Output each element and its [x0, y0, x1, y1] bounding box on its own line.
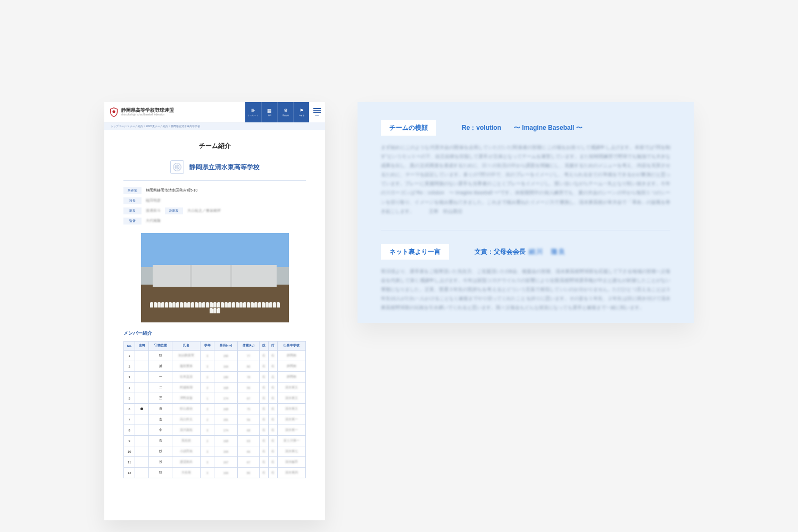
coach-label: 監督: [123, 218, 142, 225]
col-no: No.: [124, 342, 135, 351]
section2-body: 常日頃より、選手達をご指導頂いた先生方、ご支援頂いたOB会、後援会の皆様、清水東…: [381, 267, 670, 312]
table-row: 2 捕 服部寛将 3 169 80 右 右 静岡南: [124, 361, 306, 372]
table-row: 10 投 小須田侑 3 169 66 右 右 清水第七: [124, 446, 306, 457]
table-row: 9 右 荒谷悠 2 168 63 右 右 富士川第一: [124, 436, 306, 446]
col-name: 氏名: [172, 342, 201, 351]
col-year: 学年: [201, 342, 214, 351]
vice-label: 副部長: [165, 207, 183, 214]
nav-flag[interactable]: ⚑出場校: [293, 102, 309, 122]
team-page-card: 静岡県高等学校野球連盟 shizuoka high school basebal…: [104, 102, 325, 520]
page-title: チーム紹介: [123, 142, 306, 151]
table-row: 3 一 佐本直清 2 180 78 右 左 静岡南: [124, 372, 306, 383]
col-pos: 守備位置: [149, 342, 172, 351]
hamburger-icon: [313, 108, 321, 113]
members-heading: メンバー紹介: [123, 330, 306, 337]
roster-table: No.主将守備位置氏名学年身長(cm)体重(kg)投打出身中学校 1 投 加治我…: [123, 341, 306, 478]
table-row: 12 投 大谷旭 3 169 80 右 右 清水第四: [124, 468, 306, 478]
menu-label: menu: [315, 114, 319, 116]
coach-value: 大代将隆: [146, 219, 161, 223]
col-weight: 体重(kg): [237, 342, 259, 351]
school-name: 静岡県立清水東高等学校: [189, 163, 260, 172]
breadcrumb[interactable]: トップページ > チーム紹介 > 2020夏チーム紹介 > 静岡県立清水東高等学…: [104, 122, 325, 130]
svg-point-0: [112, 110, 115, 113]
top-nav: ⊪トーナメント▦日程♛歴代結果⚑出場校 menu: [245, 102, 325, 122]
col-cap: 主将: [135, 342, 149, 351]
bars-icon: ⊪: [251, 109, 255, 113]
principal-label: 校長: [123, 197, 142, 204]
divider: [381, 230, 670, 230]
nav-calendar[interactable]: ▦日程: [261, 102, 277, 122]
nav-bars[interactable]: ⊪トーナメント: [245, 102, 261, 122]
captain-icon: [140, 408, 143, 410]
address-label: 所在地: [123, 187, 142, 194]
shield-icon: [110, 107, 118, 117]
table-row: 11 投 渡辺衛兵 3 167 67 右 右 清水飯田: [124, 457, 306, 468]
section1-body: まず始めにこのような代替大会の開催を企画していただいた関係者の皆様にこの場をお借…: [381, 143, 670, 216]
col-school: 出身中学校: [277, 342, 305, 351]
vice-value: 大山祐之／秦泉峻祥: [187, 209, 221, 213]
school-crest-icon: [170, 160, 184, 174]
divider: [123, 180, 306, 181]
article-card: チームの横顔 Re：volution 〜 Imagine Baseball 〜 …: [358, 102, 694, 323]
table-row: 4 二 村越航瑠 2 168 56 右 右 清水第五: [124, 383, 306, 393]
nav-trophy[interactable]: ♛歴代結果: [277, 102, 293, 122]
site-subtitle: shizuoka high school baseball federation: [121, 113, 174, 116]
trophy-icon: ♛: [284, 109, 288, 113]
section2-byline: 文責：父母会会長細川 隆良: [475, 248, 566, 256]
calendar-icon: ▦: [267, 109, 272, 113]
section1-label: チームの横顔: [381, 120, 436, 136]
col-height: 身長(cm): [214, 342, 238, 351]
address-value: 静岡県静岡市清水区秋吉町5-10: [146, 188, 197, 193]
table-row: 1 投 加治我育実 3 180 77 右 右 静岡南: [124, 351, 306, 361]
col-throw: 投: [260, 342, 269, 351]
table-row: 5 三 澤野凌吾 1 174 67 右 右 清水第五: [124, 393, 306, 404]
school-info: 所在地静岡県静岡市清水区秋吉町5-10 校長植田明彦 部長渡邊双斗副部長大山祐之…: [123, 187, 306, 225]
site-header: 静岡県高等学校野球連盟 shizuoka high school basebal…: [104, 102, 325, 122]
section1-slogan: Re：volution 〜 Imagine Baseball 〜: [462, 123, 583, 132]
table-row: 8 中 清川真拓 3 174 68 右 右 清水第一: [124, 425, 306, 436]
section2-label: ネット裏より一言: [381, 244, 449, 260]
menu-button[interactable]: menu: [309, 102, 325, 122]
principal-value: 植田明彦: [146, 198, 161, 203]
table-row: 7 左 高山幹太 2 181 56 右 右 清水第一: [124, 414, 306, 425]
site-title: 静岡県高等学校野球連盟: [121, 108, 174, 113]
team-photo: [141, 233, 289, 322]
head-label: 部長: [123, 207, 142, 214]
table-row: 6 遊 杉山昌信 3 168 75 右 右 清水第五: [124, 404, 306, 414]
flag-icon: ⚑: [300, 109, 304, 113]
col-bat: 打: [269, 342, 278, 351]
head-value: 渡邊双斗: [146, 209, 161, 213]
